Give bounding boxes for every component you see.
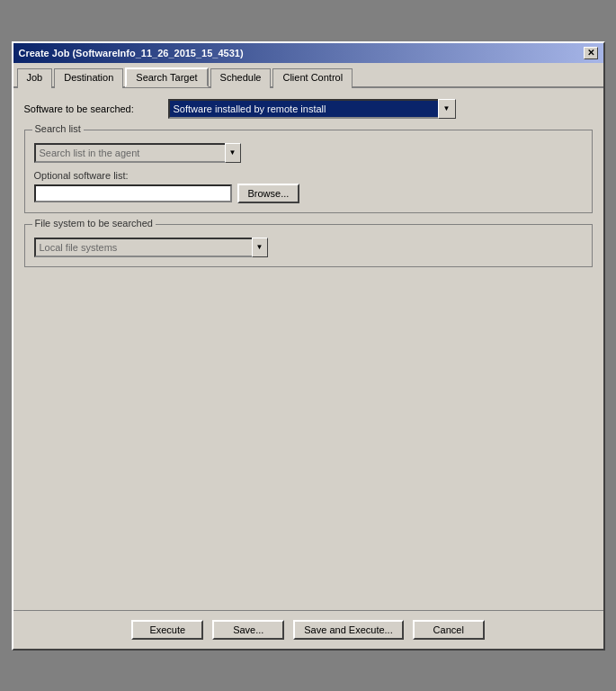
search-list-group: Search list Search list in the agent Cus…: [24, 130, 593, 213]
cancel-button[interactable]: Cancel: [413, 620, 485, 640]
tab-bar: Job Destination Search Target Schedule C…: [13, 63, 603, 88]
save-button[interactable]: Save...: [212, 620, 284, 640]
execute-button[interactable]: Execute: [131, 620, 203, 640]
title-bar: Create Job (SoftwareInfo_11_26_2015_15_4…: [13, 43, 603, 63]
tab-content: Software to be searched: Software instal…: [13, 88, 603, 610]
search-list-legend: Search list: [32, 123, 84, 134]
main-window: Create Job (SoftwareInfo_11_26_2015_15_4…: [12, 41, 605, 651]
file-system-legend: File system to be searched: [32, 218, 156, 229]
software-select[interactable]: Software installed by remote install All…: [168, 99, 456, 119]
browse-row: Browse...: [34, 184, 583, 203]
software-label: Software to be searched:: [24, 103, 168, 114]
search-list-content: Search list in the agent Custom search l…: [34, 143, 583, 203]
search-list-select[interactable]: Search list in the agent Custom search l…: [34, 143, 241, 163]
tab-schedule[interactable]: Schedule: [210, 68, 272, 88]
close-button[interactable]: ✕: [584, 47, 598, 59]
window-title: Create Job (SoftwareInfo_11_26_2015_15_4…: [19, 48, 244, 58]
tab-job[interactable]: Job: [17, 68, 53, 88]
tab-search-target[interactable]: Search Target: [125, 67, 208, 87]
file-system-select-container: Local file systems All file systems Netw…: [34, 238, 268, 257]
tab-client-control[interactable]: Client Control: [272, 68, 353, 88]
file-system-group: File system to be searched Local file sy…: [24, 224, 593, 267]
optional-label: Optional software list:: [34, 170, 583, 181]
save-execute-button[interactable]: Save and Execute...: [293, 620, 403, 640]
optional-input[interactable]: [34, 184, 232, 202]
footer: Execute Save... Save and Execute... Canc…: [13, 610, 603, 649]
search-list-select-container: Search list in the agent Custom search l…: [34, 143, 241, 163]
software-select-container: Software installed by remote install All…: [168, 99, 456, 119]
file-system-select[interactable]: Local file systems All file systems Netw…: [34, 238, 268, 257]
browse-button[interactable]: Browse...: [237, 184, 300, 203]
software-row: Software to be searched: Software instal…: [24, 99, 593, 119]
tab-destination[interactable]: Destination: [54, 68, 123, 88]
file-system-content: Local file systems All file systems Netw…: [34, 238, 583, 257]
